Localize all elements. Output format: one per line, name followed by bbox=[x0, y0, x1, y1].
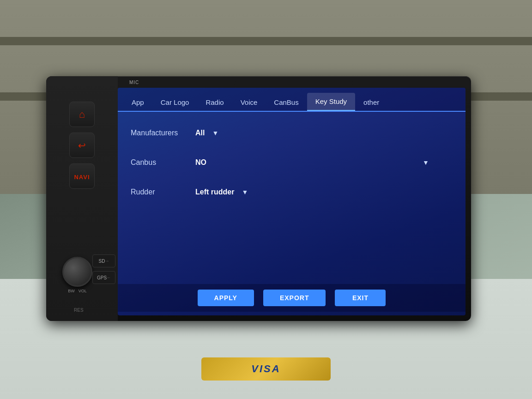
home-icon: ⌂ bbox=[79, 109, 85, 121]
shelf-bar bbox=[0, 37, 532, 45]
rudder-label: Rudder bbox=[131, 188, 186, 196]
head-unit: MIC ⌂ ↩ NAVI BW VOL SD bbox=[46, 76, 471, 321]
res-label: RES bbox=[74, 308, 84, 313]
scene: VISA MIC ⌂ ↩ NAVI BW VOL bbox=[0, 0, 532, 399]
sd-arrow-icon: → bbox=[105, 259, 109, 263]
tab-bar: App Car Logo Radio Voice CanBus Key Stud… bbox=[118, 88, 466, 112]
knob-labels: BW VOL bbox=[68, 289, 87, 293]
left-panel: ⌂ ↩ NAVI BW VOL bbox=[46, 76, 118, 321]
volume-knob[interactable] bbox=[62, 257, 92, 287]
bw-label: BW bbox=[68, 289, 75, 293]
visa-text: VISA bbox=[251, 363, 280, 375]
rudder-row: Rudder Left rudder ▼ bbox=[131, 182, 453, 202]
tab-canbus[interactable]: CanBus bbox=[266, 94, 307, 111]
screen: App Car Logo Radio Voice CanBus Key Stud… bbox=[118, 88, 466, 315]
vol-label: VOL bbox=[79, 289, 87, 293]
sd-label: SD bbox=[99, 259, 105, 264]
mic-label: MIC bbox=[129, 80, 139, 85]
knob-area: BW VOL bbox=[62, 257, 92, 293]
back-button[interactable]: ↩ bbox=[69, 133, 95, 158]
tab-voice[interactable]: Voice bbox=[232, 94, 266, 111]
settings-content: Manufacturers All ▼ Canbus NO ▼ bbox=[118, 112, 466, 284]
navi-button[interactable]: NAVI bbox=[69, 163, 95, 189]
canbus-dropdown-icon[interactable]: ▼ bbox=[423, 159, 429, 166]
exit-button[interactable]: EXIT bbox=[335, 290, 386, 306]
tab-radio[interactable]: Radio bbox=[197, 94, 232, 111]
navi-label: NAVI bbox=[74, 174, 90, 181]
gps-button[interactable]: GPS ← bbox=[92, 271, 115, 284]
bottom-bar: APPLY EXPORT EXIT bbox=[118, 284, 466, 312]
canbus-row: Canbus NO ▼ bbox=[131, 152, 453, 173]
manufacturers-label: Manufacturers bbox=[131, 129, 186, 137]
gps-label: GPS bbox=[97, 275, 107, 280]
rudder-value: Left rudder bbox=[195, 188, 234, 196]
rudder-control[interactable]: Left rudder ▼ bbox=[195, 188, 248, 196]
tab-car-logo[interactable]: Car Logo bbox=[152, 94, 198, 111]
back-icon: ↩ bbox=[78, 140, 86, 151]
manufacturers-row: Manufacturers All ▼ bbox=[131, 123, 453, 143]
side-buttons: SD → GPS ← bbox=[92, 254, 115, 284]
manufacturers-control[interactable]: All ▼ bbox=[195, 129, 218, 137]
rudder-dropdown-icon[interactable]: ▼ bbox=[242, 188, 248, 196]
home-button[interactable]: ⌂ bbox=[69, 102, 95, 127]
manufacturers-value: All bbox=[195, 129, 205, 137]
manufacturers-dropdown-icon[interactable]: ▼ bbox=[212, 129, 218, 137]
apply-button[interactable]: APPLY bbox=[198, 290, 254, 306]
tab-other[interactable]: other bbox=[355, 94, 387, 111]
canbus-value: NO bbox=[195, 158, 206, 167]
gps-arrow-icon: ← bbox=[107, 275, 111, 280]
canbus-label: Canbus bbox=[131, 158, 186, 167]
tab-key-study[interactable]: Key Study bbox=[307, 93, 355, 111]
visa-card: VISA bbox=[201, 357, 331, 381]
sd-button[interactable]: SD → bbox=[92, 254, 115, 267]
export-button[interactable]: EXPORT bbox=[263, 290, 326, 306]
tab-app[interactable]: App bbox=[123, 94, 152, 111]
canbus-control[interactable]: NO ▼ bbox=[195, 158, 217, 167]
